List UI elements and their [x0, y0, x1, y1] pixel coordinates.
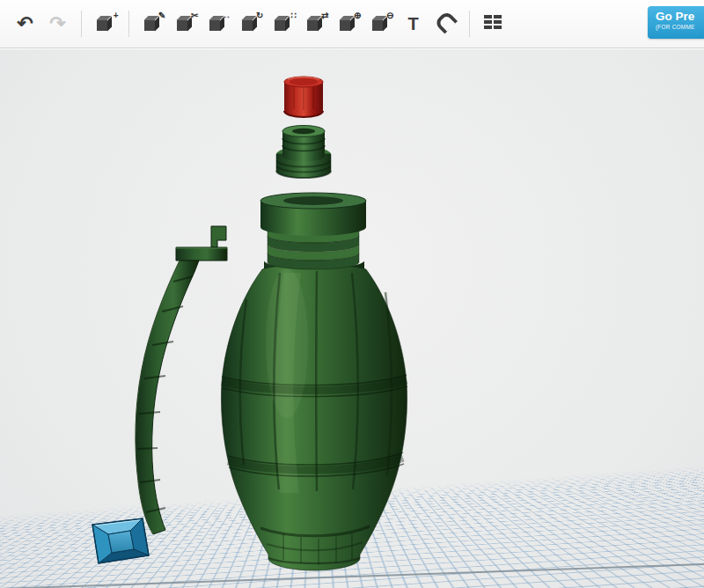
grenade-cap[interactable]: [284, 77, 323, 117]
grenade-body[interactable]: [221, 193, 407, 570]
rotate-icon: ↻: [240, 14, 261, 33]
toolbar-buttons: ↶↷+✎✂↔↻∷⇄⊕⊖T: [9, 5, 510, 42]
text-icon: T: [407, 15, 418, 33]
duplicate-button[interactable]: +: [89, 5, 121, 42]
magnet-icon: [436, 14, 455, 33]
grenade-fuse[interactable]: [276, 126, 331, 179]
duplicate-icon: +: [95, 14, 116, 33]
slice-button[interactable]: ✂: [169, 5, 202, 42]
magnet-button[interactable]: [429, 5, 462, 42]
toolbar: ↶↷+✎✂↔↻∷⇄⊕⊖T Go Pre (FOR COMME: [0, 0, 704, 48]
grenade-lever[interactable]: [136, 226, 227, 534]
redo-icon: ↷: [49, 14, 65, 33]
toolbar-separator: [81, 11, 82, 37]
render-button[interactable]: [477, 5, 510, 42]
redo-button[interactable]: ↷: [41, 5, 74, 42]
combine-icon: ⊕: [338, 14, 359, 33]
marker-cube[interactable]: [92, 518, 149, 563]
go-premium-label: Go Pre: [656, 10, 704, 23]
go-premium-sublabel: (FOR COMME: [656, 24, 704, 30]
array-button[interactable]: ∷: [267, 5, 299, 42]
toolbar-separator: [128, 11, 129, 37]
subtract-button[interactable]: ⊖: [364, 5, 397, 42]
go-premium-button[interactable]: Go Pre (FOR COMME: [648, 6, 704, 39]
undo-button[interactable]: ↶: [9, 5, 41, 42]
array-icon: ∷: [273, 14, 294, 33]
move-button[interactable]: ↔: [202, 5, 234, 42]
sculpt-button[interactable]: ✎: [136, 5, 169, 42]
combine-button[interactable]: ⊕: [332, 5, 364, 42]
text-button[interactable]: T: [397, 5, 429, 42]
toolbar-separator: [469, 11, 470, 37]
mirror-icon: ⇄: [305, 14, 326, 33]
sculpt-icon: ✎: [143, 14, 164, 33]
mirror-button[interactable]: ⇄: [299, 5, 332, 42]
rotate-button[interactable]: ↻: [234, 5, 267, 42]
subtract-icon: ⊖: [370, 14, 392, 33]
app-root: ↶↷+✎✂↔↻∷⇄⊕⊖T Go Pre (FOR COMME: [0, 0, 704, 588]
slice-icon: ✂: [175, 14, 196, 33]
render-icon: [484, 15, 503, 33]
undo-icon: ↶: [17, 14, 33, 33]
move-icon: ↔: [208, 14, 229, 33]
scene-3d: [0, 0, 704, 588]
